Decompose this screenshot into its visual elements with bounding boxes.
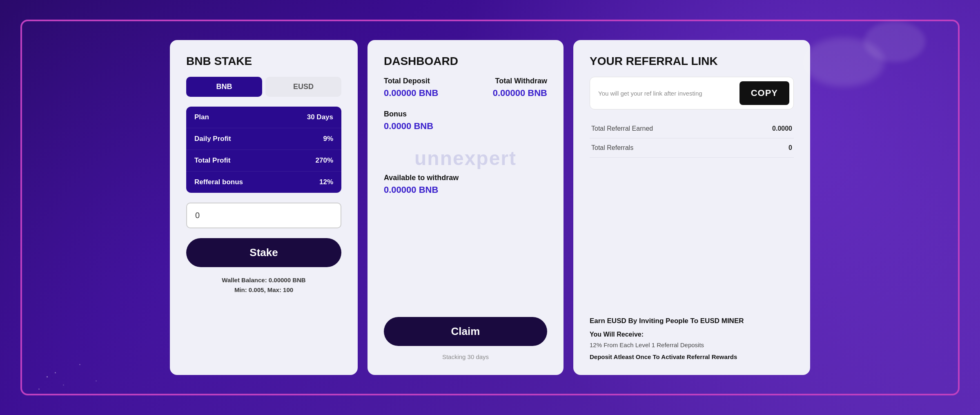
dashboard-card: DASHBOARD Total Deposit 0.00000 BNB Tota… <box>368 40 564 375</box>
tab-bnb[interactable]: BNB <box>186 77 262 97</box>
bonus-value: 0.0000 BNB <box>384 121 547 132</box>
plan-row: Refferal bonus12% <box>186 172 341 193</box>
receive-subtitle: You Will Receive: <box>590 331 794 338</box>
wallet-info: Wallet Balance: 0.00000 BNB Min: 0.005, … <box>186 275 341 295</box>
plan-value: 30 Days <box>307 113 333 121</box>
ref-info-section: Earn EUSD By Inviting People To EUSD MIN… <box>590 317 794 360</box>
available-value: 0.00000 BNB <box>384 185 547 195</box>
stake-button[interactable]: Stake <box>186 238 341 267</box>
activate-text: Deposit Atleast Once To Activate Referra… <box>590 353 794 360</box>
claim-button[interactable]: Claim <box>384 317 547 346</box>
tab-eusd[interactable]: EUSD <box>265 77 341 97</box>
total-referrals-value: 0 <box>788 144 792 152</box>
total-earned-value: 0.0000 <box>772 125 792 132</box>
plan-label: Daily Profit <box>194 135 231 143</box>
total-referrals-label: Total Referrals <box>591 144 633 152</box>
referral-card: YOUR REFERRAL LINK You will get your ref… <box>573 40 810 375</box>
bonus-label: Bonus <box>384 110 547 118</box>
copy-button[interactable]: COPY <box>739 81 789 105</box>
plan-label: Total Profit <box>194 156 230 165</box>
available-section: Available to withdraw 0.00000 BNB <box>384 174 547 195</box>
stacking-info: Stacking 30 days <box>384 353 547 360</box>
plan-row: Plan30 Days <box>186 107 341 128</box>
plan-row: Total Profit270% <box>186 150 341 172</box>
bnb-stake-title: BNB STAKE <box>186 55 341 68</box>
total-withdraw-label: Total Withdraw <box>470 77 547 85</box>
plan-value: 12% <box>319 178 333 186</box>
deposit-withdraw-row: Total Deposit 0.00000 BNB Total Withdraw… <box>384 77 547 98</box>
ref-stats: Total Referral Earned 0.0000 Total Refer… <box>590 119 794 158</box>
plan-label: Refferal bonus <box>194 178 243 186</box>
cloud-decoration-2 <box>864 21 925 62</box>
plan-row: Daily Profit9% <box>186 128 341 150</box>
earn-title: Earn EUSD By Inviting People To EUSD MIN… <box>590 317 794 325</box>
available-label: Available to withdraw <box>384 174 547 182</box>
total-deposit-col: Total Deposit 0.00000 BNB <box>384 77 461 98</box>
dashboard-title: DASHBOARD <box>384 55 547 68</box>
total-earned-row: Total Referral Earned 0.0000 <box>590 119 794 138</box>
wallet-minmax: Min: 0.005, Max: 100 <box>186 285 341 295</box>
plan-value: 270% <box>316 156 333 165</box>
ref-link-text: You will get your ref link after investi… <box>598 90 735 97</box>
total-withdraw-col: Total Withdraw 0.00000 BNB <box>470 77 547 98</box>
plan-value: 9% <box>323 135 333 143</box>
total-withdraw-value: 0.00000 BNB <box>470 88 547 98</box>
bnb-stake-card: BNB STAKE BNB EUSD Plan30 DaysDaily Prof… <box>170 40 358 375</box>
plan-table: Plan30 DaysDaily Profit9%Total Profit270… <box>186 107 341 193</box>
referral-title: YOUR REFERRAL LINK <box>590 55 794 68</box>
tab-group: BNB EUSD <box>186 77 341 97</box>
cloud-decoration-1 <box>803 38 884 87</box>
ref-link-box: You will get your ref link after investi… <box>590 77 794 109</box>
total-deposit-label: Total Deposit <box>384 77 461 85</box>
wallet-balance: Wallet Balance: 0.00000 BNB <box>186 275 341 285</box>
watermark: unnexpert <box>384 147 547 170</box>
total-earned-label: Total Referral Earned <box>591 125 653 132</box>
outer-border: BNB STAKE BNB EUSD Plan30 DaysDaily Prof… <box>20 20 960 395</box>
bonus-section: Bonus 0.0000 BNB <box>384 110 547 132</box>
total-referrals-row: Total Referrals 0 <box>590 138 794 158</box>
stake-input[interactable] <box>186 203 341 228</box>
total-deposit-value: 0.00000 BNB <box>384 88 461 98</box>
plan-label: Plan <box>194 113 209 121</box>
level1-text: 12% From Each Level 1 Referral Deposits <box>590 341 794 348</box>
